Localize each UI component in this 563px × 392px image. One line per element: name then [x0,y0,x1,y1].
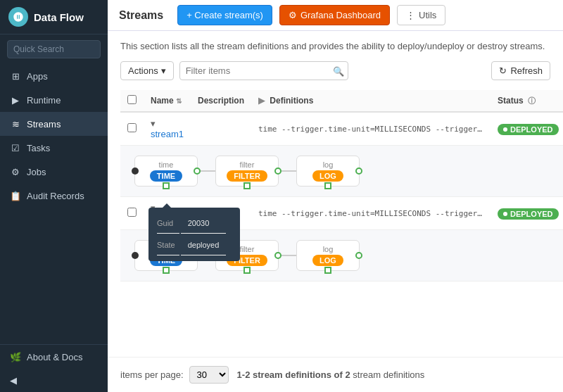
flow-node-wrapper-log: log LOG [296,240,360,271]
sidebar-item-jobs-label: Jobs [27,167,46,177]
sidebar-item-about[interactable]: 🌿 About & Docs [0,345,108,369]
top-bar: Streams + Create stream(s) ⚙ Grafana Das… [108,0,563,31]
sidebar-item-runtime[interactable]: ▶ Runtime [0,88,108,112]
filter-input[interactable] [179,61,348,80]
flow-node-label-filter: filter [240,160,255,169]
node-dot-right [355,252,362,259]
header-definitions-label: Definitions [270,96,313,106]
sidebar-item-streams-label: Streams [27,119,61,129]
tooltip-state-label: State [157,235,179,255]
search-container [0,34,108,64]
grafana-btn-label: Grafana Dashboard [301,10,381,20]
tooltip-state-row: State deployed [157,235,226,255]
tooltip-box: Guid 20030 State deployed [148,208,240,261]
utils-dots-icon: ⋮ [406,10,415,20]
flow-node-square-log [324,267,331,274]
tooltip-state-value: deployed [181,235,227,255]
grafana-dashboard-button[interactable]: ⚙ Grafana Dashboard [279,5,390,25]
runtime-icon: ▶ [10,94,21,106]
sidebar-bottom: 🌿 About & Docs ◀ [0,344,108,392]
stream-name-stream1[interactable]: stream1 [151,129,184,139]
apps-icon: ⊞ [10,70,21,82]
flow-node-filter[interactable]: filter FILTER [215,156,279,186]
app-title: Data Flow [34,11,84,23]
row-expand-icon-stream1[interactable]: ▾ [151,118,156,129]
stream-status-stream1: DEPLOYED [498,124,559,135]
sidebar-item-audit[interactable]: 📋 Audit Records [0,184,108,208]
actions-button[interactable]: Actions ▾ [120,61,174,80]
refresh-label: Refresh [510,65,543,76]
flow-node-log[interactable]: log LOG [296,240,360,271]
flow-node-badge-log: LOG [312,170,343,182]
sidebar-collapse-btn[interactable]: ◀ [0,369,108,392]
collapse-icon: ◀ [10,375,17,386]
stream-def-stream2: time --trigger.time-unit=MILLISECONDS --… [258,209,483,218]
flow-node-label-filter: filter [240,245,255,253]
node-dot-left [132,167,139,175]
tasks-icon: ☑ [10,142,21,153]
sidebar-item-runtime-label: Runtime [27,95,61,106]
audit-icon: 📋 [10,190,21,201]
select-all-checkbox[interactable] [127,95,137,104]
node-dot-right [274,167,282,175]
header-definitions-icon: ▶ [258,96,265,106]
flow-node-badge-time: TIME [150,170,182,182]
sidebar-item-jobs[interactable]: ⚙ Jobs [0,160,108,184]
sidebar-item-tasks-label: Tasks [27,143,50,153]
jobs-icon: ⚙ [10,166,21,177]
refresh-icon: ↻ [499,65,507,76]
stream-desc-stream1 [191,112,251,146]
page-total: 2 stream definitions [345,369,424,380]
flow-node-label-time: time [159,160,174,169]
streams-table: Name ⇅ Description ▶ Definitions Status … [120,90,563,282]
streams-table-body: ▾ stream1 time --trigger.time-unit=MILLI… [120,112,563,282]
toolbar: Actions ▾ 🔍 ↻ Refresh [120,61,550,80]
per-page-select[interactable]: 10203050100 [189,366,229,384]
app-logo: Data Flow [0,0,108,34]
filter-search-icon[interactable]: 🔍 [333,65,344,76]
flow-row-stream1: time TIME filter FILTER [120,146,563,197]
node-dot-right [194,167,201,175]
logo-icon [8,7,28,27]
header-status: Status ⓘ [491,90,563,112]
flow-node-wrapper-log: log LOG [296,156,360,186]
header-checkbox-cell [120,90,144,112]
flow-node-log[interactable]: log LOG [296,156,360,186]
page-info: 1-2 stream definitions of 2 stream defin… [237,369,425,380]
search-input[interactable] [7,40,101,58]
flow-node-wrapper-time: time TIME [134,156,215,186]
sidebar-item-streams[interactable]: ≋ Streams [0,112,108,136]
utils-button[interactable]: ⋮ Utils [397,5,445,25]
sidebar-item-apps[interactable]: ⊞ Apps [0,64,108,88]
refresh-button[interactable]: ↻ Refresh [491,61,550,80]
node-dot-right [355,167,362,175]
flow-node-badge-filter: FILTER [227,170,267,182]
flow-node-square-filter [243,267,251,274]
sidebar: Data Flow ⊞ Apps ▶ Runtime ≋ Streams ☑ T… [0,0,108,392]
sidebar-item-about-label: About & Docs [27,352,83,362]
sidebar-item-audit-label: Audit Records [27,191,84,201]
actions-chevron-icon: ▾ [161,65,166,76]
content-description: This section lists all the stream defini… [120,41,550,51]
flow-node-wrapper-filter: filter FILTER [215,156,296,186]
header-name[interactable]: Name ⇅ [144,90,191,112]
main-content: Streams + Create stream(s) ⚙ Grafana Das… [108,0,563,392]
tooltip-table: Guid 20030 State deployed [156,212,227,257]
flow-node-square-time [163,267,170,274]
row-checkbox-stream1[interactable] [127,123,137,132]
flow-node-label-log: log [323,245,334,253]
status-info-icon[interactable]: ⓘ [528,96,536,105]
flow-diagram-stream1: time TIME filter FILTER [134,156,563,186]
content-area: This section lists all the stream defini… [108,31,563,357]
header-description-label: Description [198,96,244,106]
flow-node-time[interactable]: time TIME [134,156,198,186]
grafana-icon: ⚙ [289,10,297,20]
sidebar-item-apps-label: Apps [27,71,48,82]
page-title: Streams [119,9,163,22]
row-checkbox-stream2[interactable] [127,208,137,217]
page-range: 1-2 stream definitions of [237,369,343,380]
create-stream-button[interactable]: + Create stream(s) [177,5,272,25]
sidebar-item-tasks[interactable]: ☑ Tasks [0,136,108,160]
items-per-page-label: items per page: [120,369,184,380]
flow-node-square-log [324,182,331,189]
